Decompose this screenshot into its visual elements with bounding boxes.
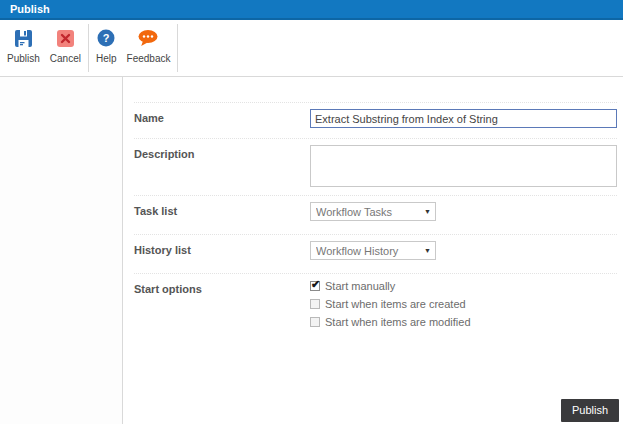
start-items-modified-option: Start when items are modified xyxy=(310,316,617,328)
task-list-selected-value: Workflow Tasks xyxy=(316,206,424,218)
toolbar-separator xyxy=(88,24,89,72)
start-manually-checkbox[interactable] xyxy=(310,281,320,291)
help-button[interactable]: ? Help xyxy=(91,20,122,76)
name-label: Name xyxy=(134,109,310,138)
history-list-row: History list Workflow History ▼ xyxy=(134,234,617,273)
help-button-label: Help xyxy=(96,53,117,64)
start-items-created-option: Start when items are created xyxy=(310,298,617,310)
toolbar-separator xyxy=(177,24,178,72)
feedback-icon xyxy=(137,27,159,49)
footer-publish-button[interactable]: Publish xyxy=(561,399,619,422)
history-list-selected-value: Workflow History xyxy=(316,245,424,257)
description-label: Description xyxy=(134,145,310,195)
start-manually-option: Start manually xyxy=(310,280,617,292)
start-options-label: Start options xyxy=(134,280,310,334)
chevron-down-icon: ▼ xyxy=(424,247,431,254)
chevron-down-icon: ▼ xyxy=(424,208,431,215)
history-list-label: History list xyxy=(134,241,310,273)
window-titlebar: Publish xyxy=(0,0,623,20)
svg-text:?: ? xyxy=(103,32,110,44)
cancel-button-label: Cancel xyxy=(50,53,81,64)
left-panel xyxy=(0,77,123,424)
history-list-dropdown[interactable]: Workflow History ▼ xyxy=(310,241,436,260)
ribbon-toolbar: Publish Cancel ? Help xyxy=(0,20,623,77)
save-icon xyxy=(15,27,32,49)
start-items-created-label: Start when items are created xyxy=(325,298,466,310)
start-items-modified-label: Start when items are modified xyxy=(325,316,471,328)
start-items-modified-checkbox[interactable] xyxy=(310,317,320,327)
task-list-row: Task list Workflow Tasks ▼ xyxy=(134,195,617,234)
publish-form: Name Description Task list Workflow Task… xyxy=(123,77,623,424)
start-options-row: Start options Start manually Start when … xyxy=(134,273,617,342)
cancel-button[interactable]: Cancel xyxy=(45,20,86,76)
task-list-label: Task list xyxy=(134,202,310,234)
start-manually-label: Start manually xyxy=(325,280,395,292)
publish-button-label: Publish xyxy=(7,53,40,64)
help-icon: ? xyxy=(97,27,115,49)
form-spacer xyxy=(134,77,617,102)
description-row: Description xyxy=(134,138,617,195)
feedback-button-label: Feedback xyxy=(127,53,171,64)
start-items-created-checkbox[interactable] xyxy=(310,299,320,309)
publish-button[interactable]: Publish xyxy=(2,20,45,76)
feedback-button[interactable]: Feedback xyxy=(122,20,176,76)
window-title: Publish xyxy=(10,3,50,15)
description-textarea[interactable] xyxy=(310,145,617,187)
cancel-icon xyxy=(57,27,74,49)
name-input[interactable] xyxy=(310,109,617,128)
name-row: Name xyxy=(134,102,617,138)
content-area: Name Description Task list Workflow Task… xyxy=(0,77,623,424)
task-list-dropdown[interactable]: Workflow Tasks ▼ xyxy=(310,202,436,221)
